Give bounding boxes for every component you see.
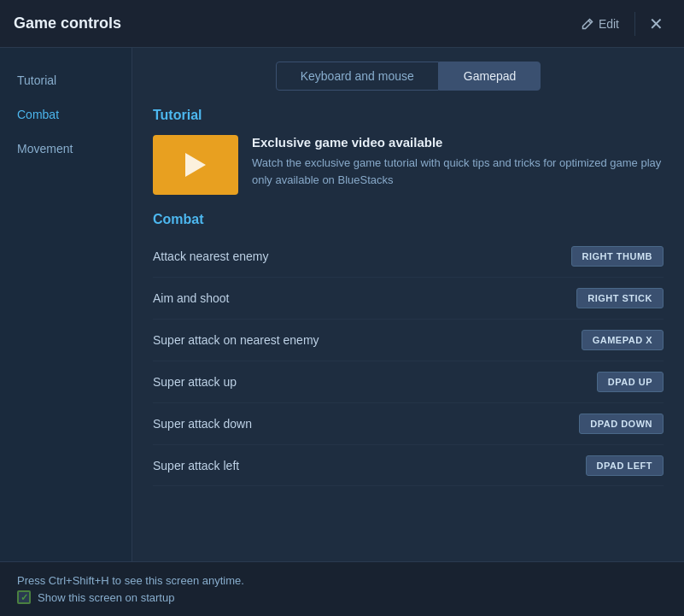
control-row-4: Super attack down DPAD DOWN: [153, 403, 664, 445]
checkbox-container: ✓ Show this screen on startup: [17, 590, 244, 604]
control-label-5: Super attack left: [153, 459, 239, 472]
control-row-3: Super attack up DPAD UP: [153, 361, 664, 403]
sidebar-item-combat[interactable]: Combat: [0, 99, 132, 130]
tab-keyboard-mouse[interactable]: Keyboard and mouse: [276, 62, 439, 91]
control-row-5-partial: Super attack left DPAD LEFT: [153, 445, 664, 486]
title-bar-right: Edit ✕: [573, 10, 670, 38]
pencil-icon: [582, 18, 593, 30]
startup-checkbox[interactable]: ✓: [17, 590, 31, 604]
control-row-0: Attack nearest enemy RIGHT THUMB: [153, 236, 664, 278]
control-label-0: Attack nearest enemy: [153, 249, 268, 263]
tutorial-description: Watch the exclusive game tutorial with q…: [252, 155, 664, 188]
control-label-2: Super attack on nearest enemy: [153, 333, 319, 347]
checkbox-check-icon: ✓: [20, 592, 28, 603]
control-badge-2[interactable]: GAMEPAD X: [582, 330, 664, 350]
bottom-bar: Press Ctrl+Shift+H to see this screen an…: [0, 561, 684, 616]
sidebar: Tutorial Combat Movement: [0, 48, 132, 561]
checkbox-label: Show this screen on startup: [38, 591, 174, 604]
control-label-3: Super attack up: [153, 375, 237, 389]
control-badge-3[interactable]: DPAD UP: [597, 372, 664, 392]
control-label-1: Aim and shoot: [153, 291, 230, 305]
video-thumbnail[interactable]: [153, 135, 238, 195]
title-bar-left: Game controls: [14, 15, 121, 32]
tutorial-section-title: Tutorial: [153, 108, 664, 123]
close-icon: ✕: [649, 15, 664, 33]
combat-section-title: Combat: [153, 212, 664, 227]
sidebar-item-movement[interactable]: Movement: [0, 133, 132, 164]
content-area: Keyboard and mouse Gamepad Tutorial Excl…: [132, 48, 684, 561]
control-badge-1[interactable]: RIGHT STICK: [576, 288, 664, 308]
bottom-stack: Press Ctrl+Shift+H to see this screen an…: [17, 574, 244, 604]
play-icon: [185, 153, 206, 177]
shortcut-text: Press Ctrl+Shift+H to see this screen an…: [17, 574, 244, 587]
title-divider: [634, 12, 635, 36]
tab-gamepad[interactable]: Gamepad: [439, 62, 541, 91]
control-label-4: Super attack down: [153, 417, 252, 431]
tutorial-text-box: Exclusive game video available Watch the…: [252, 135, 664, 188]
main-layout: Tutorial Combat Movement Keyboard and mo…: [0, 48, 684, 561]
tutorial-box: Exclusive game video available Watch the…: [153, 135, 664, 195]
close-button[interactable]: ✕: [642, 10, 670, 38]
window-title: Game controls: [14, 15, 121, 32]
tab-bar: Keyboard and mouse Gamepad: [132, 48, 684, 101]
control-badge-5[interactable]: DPAD LEFT: [586, 455, 664, 476]
tutorial-headline: Exclusive game video available: [252, 135, 664, 150]
edit-label: Edit: [599, 17, 619, 31]
section-content: Tutorial Exclusive game video available …: [132, 101, 684, 500]
control-row-1: Aim and shoot RIGHT STICK: [153, 278, 664, 320]
control-badge-0[interactable]: RIGHT THUMB: [571, 246, 664, 267]
control-badge-4[interactable]: DPAD DOWN: [579, 414, 664, 434]
title-bar: Game controls Edit ✕: [0, 0, 684, 48]
edit-button[interactable]: Edit: [573, 12, 628, 36]
control-row-2: Super attack on nearest enemy GAMEPAD X: [153, 320, 664, 361]
sidebar-item-tutorial[interactable]: Tutorial: [0, 65, 132, 96]
